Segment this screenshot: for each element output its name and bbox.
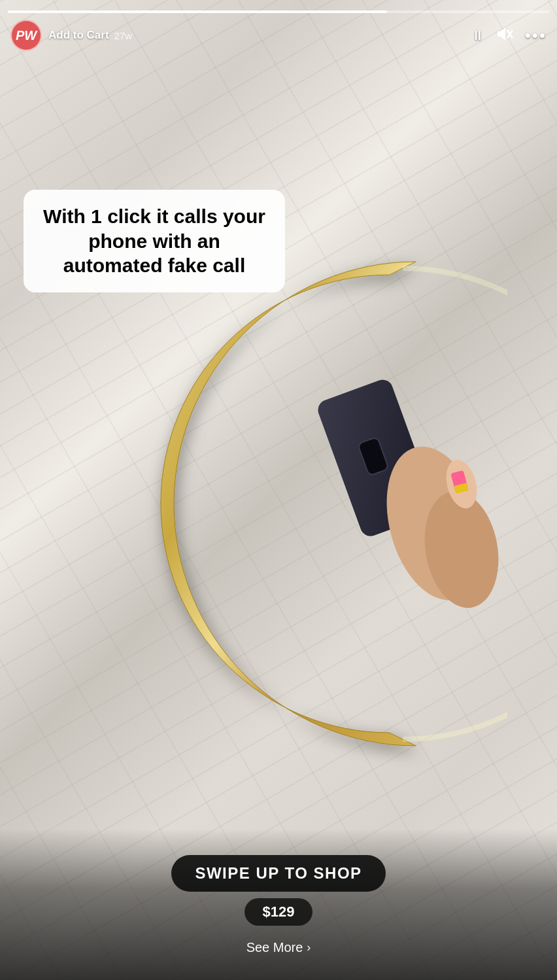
more-options-icon[interactable]: ••• bbox=[525, 26, 547, 46]
shop-pill[interactable]: SWIPE UP TO SHOP bbox=[171, 855, 385, 892]
avatar[interactable]: PW bbox=[10, 20, 42, 51]
bottom-overlay: SWIPE UP TO SHOP $129 See More › bbox=[0, 829, 557, 980]
see-more-text: See More bbox=[246, 940, 303, 955]
chevron-right-icon: › bbox=[307, 941, 311, 954]
caption-bubble: With 1 click it calls your phone with an… bbox=[24, 190, 285, 292]
time-ago: 27w bbox=[114, 30, 133, 41]
progress-bar bbox=[8, 10, 549, 13]
progress-bar-fill bbox=[8, 10, 387, 13]
bracelet-area bbox=[50, 209, 507, 798]
price-label: $129 bbox=[263, 903, 295, 920]
username[interactable]: Add to Cart bbox=[48, 29, 109, 42]
price-pill[interactable]: $129 bbox=[245, 898, 313, 926]
header-text: Add to Cart 27w bbox=[48, 29, 471, 42]
see-more-button[interactable]: See More › bbox=[236, 935, 322, 960]
pause-icon[interactable]: ⏸ bbox=[471, 28, 484, 43]
story-container: PW Add to Cart 27w ⏸ ••• With 1 click it… bbox=[0, 0, 557, 980]
shop-label: SWIPE UP TO SHOP bbox=[195, 864, 362, 882]
mute-icon[interactable] bbox=[496, 27, 513, 44]
header-controls: ⏸ ••• bbox=[471, 26, 547, 46]
caption-text: With 1 click it calls your phone with an… bbox=[42, 204, 267, 278]
avatar-letters: PW bbox=[16, 28, 37, 43]
header: PW Add to Cart 27w ⏸ ••• bbox=[0, 20, 557, 51]
